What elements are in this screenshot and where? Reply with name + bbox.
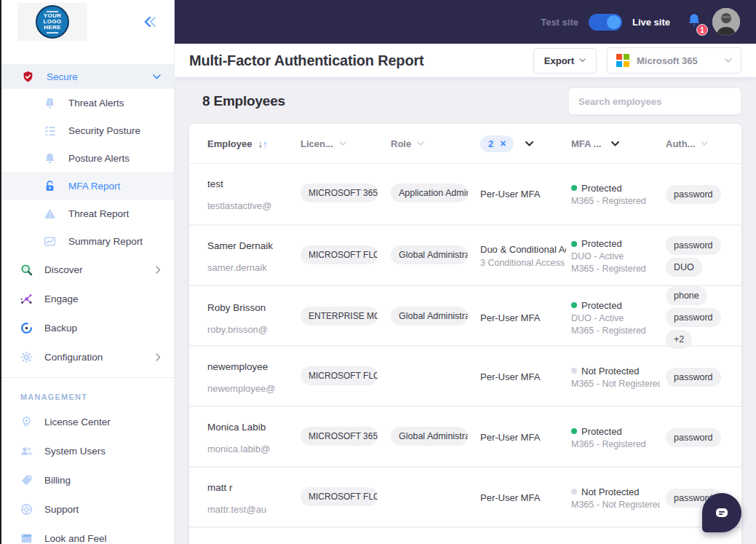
license-badge: MICROSOFT 365 xyxy=(301,427,378,446)
not-protected-dot-icon xyxy=(571,368,577,374)
chart-icon xyxy=(44,235,56,248)
column-label: Employee xyxy=(207,138,252,149)
brand-logo[interactable]: YOUR LOGO HERE xyxy=(17,3,87,41)
chevron-down-icon xyxy=(725,58,732,63)
sidebar-item-label: Discover xyxy=(44,264,144,275)
sidebar-item-discover[interactable]: Discover xyxy=(1,255,174,284)
sidebar-item-billing[interactable]: Billing xyxy=(1,465,174,494)
active-filter-pill[interactable]: 2 × xyxy=(480,135,514,152)
mfa-requirement: Per-User MFA xyxy=(480,189,566,200)
sidebar-item-label: License Center xyxy=(44,417,161,427)
column-header-mfa-requirement[interactable]: 2 × xyxy=(480,135,571,152)
sidebar-item-security-posture[interactable]: Security Posture xyxy=(1,117,174,144)
sidebar-item-mfa-report[interactable]: MFA Report xyxy=(1,172,174,200)
sidebar-item-label: Threat Report xyxy=(68,208,129,219)
tenant-select[interactable]: Microsoft 365 xyxy=(607,47,741,74)
table-row[interactable]: Monica Labibmonica.labib@ MICROSOFT 365 … xyxy=(189,406,741,466)
notifications-button[interactable]: 1 xyxy=(686,12,702,31)
protected-dot-icon xyxy=(571,302,577,308)
sidebar-item-label: Backup xyxy=(44,323,161,334)
mfa-status: Protected xyxy=(581,300,622,311)
column-header-employee[interactable]: Employee ↓↑ xyxy=(207,138,301,149)
chevron-down-icon xyxy=(153,74,161,79)
mfa-status-detail: M365 - Not Registered xyxy=(571,500,660,510)
license-badge: ENTERPRISE MOBILITY xyxy=(301,307,378,326)
sidebar-item-label: Threat Alerts xyxy=(68,98,124,109)
table-row[interactable]: newemployeenewemployee@ MICROSOFT FLOW P… xyxy=(189,345,741,406)
column-header-license[interactable]: Licen... xyxy=(301,138,391,149)
notification-badge: 1 xyxy=(696,24,708,36)
chevron-down-icon xyxy=(701,141,708,146)
sidebar-item-threat-alerts[interactable]: Threat Alerts xyxy=(1,89,174,117)
sidebar-item-configuration[interactable]: Configuration xyxy=(1,342,174,371)
chat-launcher-button[interactable] xyxy=(702,493,741,532)
auth-method-badge: +2 xyxy=(666,330,692,349)
mfa-requirement: Duo & Conditional Access xyxy=(480,244,566,255)
mfa-status: Protected xyxy=(581,238,622,249)
mfa-status-detail: DUO - Active xyxy=(571,313,660,323)
site-toggle[interactable] xyxy=(589,14,622,31)
sidebar-item-system-users[interactable]: System Users xyxy=(1,436,174,465)
sidebar-item-label: Billing xyxy=(44,475,161,486)
page-title: Multi-Factor Authentication Report xyxy=(189,52,533,69)
employee-name: test xyxy=(207,178,301,189)
sidebar-item-label: System Users xyxy=(44,446,161,457)
table-row[interactable]: Mariusz Rosins Exchange Administrator Pr… xyxy=(189,527,741,544)
sidebar-item-summary-report[interactable]: Summary Report xyxy=(1,227,174,255)
chat-icon xyxy=(712,503,731,522)
mfa-status: Protected xyxy=(581,426,622,437)
sidebar-item-license-center[interactable]: License Center xyxy=(1,407,174,436)
chevron-down-icon xyxy=(579,58,586,63)
sidebar-item-backup[interactable]: Backup xyxy=(1,313,174,342)
license-badge: MICROSOFT FLOW xyxy=(301,487,378,506)
checklist-icon xyxy=(44,125,56,137)
role-badge: Global Administrator xyxy=(391,245,468,264)
search-input[interactable] xyxy=(568,87,741,115)
sidebar-item-label: Look and Feel xyxy=(44,533,161,544)
shield-check-icon xyxy=(22,71,34,83)
auth-method-badge: password xyxy=(666,308,721,327)
column-header-mfa-status[interactable]: MFA ... xyxy=(571,138,666,149)
protected-dot-icon xyxy=(571,185,577,191)
mfa-status-detail: M365 - Registered xyxy=(571,196,660,206)
tenant-label: Microsoft 365 xyxy=(637,55,717,66)
sidebar-item-engage[interactable]: Engage xyxy=(1,284,174,313)
employee-name: Monica Labib xyxy=(207,422,301,433)
column-header-auth[interactable]: Auth... xyxy=(666,138,741,149)
sort-asc-icon[interactable]: ↑ xyxy=(263,138,268,149)
auth-method-badge: password xyxy=(666,236,721,255)
test-site-label: Test site xyxy=(541,17,578,28)
sidebar-item-secure[interactable]: Secure xyxy=(1,64,174,89)
bell-icon xyxy=(44,152,56,165)
filter-count: 2 xyxy=(488,138,493,149)
table-row[interactable]: Roby Brissonroby.brisson@ ENTERPRISE MOB… xyxy=(189,285,741,345)
sidebar-item-label: Summary Report xyxy=(68,236,143,247)
mfa-requirement: Per-User MFA xyxy=(480,432,566,443)
sidebar-item-threat-report[interactable]: Threat Report xyxy=(1,200,174,227)
table-row[interactable]: testtestlastactive@ MICROSOFT 365 Applic… xyxy=(189,164,741,224)
sidebar-item-look-and-feel[interactable]: Look and Feel xyxy=(1,524,174,544)
auth-method-badge: phone xyxy=(666,286,707,305)
column-header-role[interactable]: Role xyxy=(391,138,480,149)
sidebar-item-label: Posture Alerts xyxy=(68,153,130,164)
chevron-down-icon xyxy=(417,141,424,146)
gear-icon xyxy=(20,351,33,363)
table-row[interactable]: Samer Dernaiksamer.dernaik MICROSOFT FLO… xyxy=(189,224,741,285)
table-header-row: Employee ↓↑ Licen... Role 2 × xyxy=(189,124,741,164)
column-label: Licen... xyxy=(301,138,333,149)
sidebar-item-support[interactable]: Support xyxy=(1,494,174,524)
mfa-requirement: Per-User MFA xyxy=(480,312,566,323)
page-header: Multi-Factor Authentication Report Expor… xyxy=(175,44,756,77)
employee-email: mattr.test@au xyxy=(207,504,301,515)
export-button[interactable]: Export xyxy=(533,48,597,74)
sidebar-item-posture-alerts[interactable]: Posture Alerts xyxy=(1,144,174,172)
clear-filter-icon[interactable]: × xyxy=(500,138,506,149)
column-label: Role xyxy=(391,138,411,149)
table-row[interactable]: matt rmattr.test@au MICROSOFT FLOW Per-U… xyxy=(189,466,741,527)
export-label: Export xyxy=(544,55,574,66)
user-avatar[interactable] xyxy=(712,8,740,36)
column-label: Auth... xyxy=(666,138,695,149)
sidebar-collapse-icon[interactable] xyxy=(143,16,158,28)
logo-text: HERE xyxy=(44,25,60,31)
live-site-label: Live site xyxy=(632,17,670,28)
